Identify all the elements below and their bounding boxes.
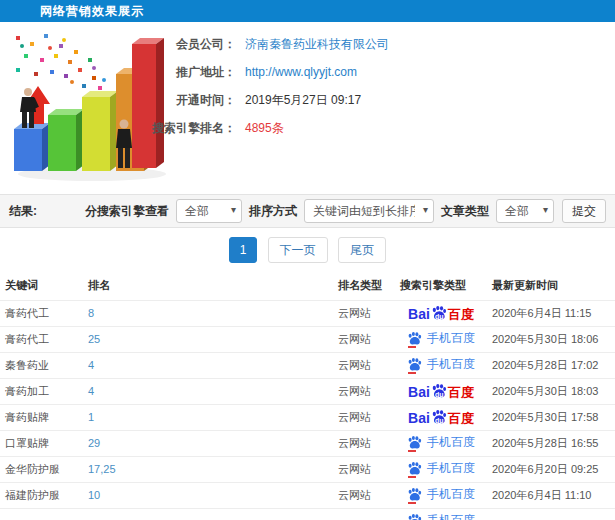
page-1-button[interactable]: 1 [229,237,257,263]
rank-link[interactable]: 17,25 [84,456,330,482]
mobile-baidu-logo[interactable]: 手机百度 [407,512,475,520]
rank-link[interactable] [84,508,330,520]
updated-cell: 2020年6月20日 09:25 [488,456,615,482]
page: 网络营销效果展示 [0,0,615,520]
baidu-logo[interactable]: Baidu百度 [408,305,474,321]
keyword-cell: 福建防护服 [0,482,84,508]
table-header-row: 关键词 排名 排名类型 搜索引擎类型 最新更新时间 [0,272,615,300]
mobile-baidu-paw-icon [407,331,422,346]
baidu-paw-icon: du [431,409,447,425]
company-info-fields: 会员公司： 济南秦鲁药业科技有限公司 推广地址： http://www.qlyy… [146,30,389,142]
mobile-baidu-paw-icon [407,357,422,372]
member-company-link[interactable]: 济南秦鲁药业科技有限公司 [245,36,389,53]
engine-cell: Baidu百度 [394,404,488,430]
keyword-rank-table: 关键词 排名 排名类型 搜索引擎类型 最新更新时间 膏药代工8云网站Baidu百… [0,272,615,520]
header-keyword: 关键词 [0,272,84,300]
mobile-baidu-logo[interactable]: 手机百度 [407,434,475,451]
open-time-label: 开通时间： [146,92,236,109]
rank-type-cell: 云网站 [330,378,394,404]
table-row: 膏药贴牌1云网站Baidu百度2020年5月30日 17:58 [0,404,615,430]
engine-filter-select-wrap: 全部 [176,199,242,223]
mobile-baidu-logo[interactable]: 手机百度 [407,486,475,503]
pagination: 1 下一页 尾页 [0,228,615,272]
keyword-cell: 膏药贴牌 [0,404,84,430]
engine-rank-count-label: 搜索引擎排名： [146,120,236,137]
result-label: 结果: [9,203,37,220]
keyword-cell: 膏药代工 [0,326,84,352]
mobile-baidu-paw-icon [407,461,422,476]
table-body: 膏药代工8云网站Baidu百度2020年6月4日 11:15膏药代工25云网站手… [0,300,615,520]
baidu-logo-text: Bai [408,385,430,399]
rank-link[interactable]: 4 [84,378,330,404]
mobile-baidu-logo[interactable]: 手机百度 [407,460,475,477]
engine-cell: 手机百度 [394,326,488,352]
member-company-label: 会员公司： [146,36,236,53]
rank-type-cell: 云网站 [330,404,394,430]
header-rank-type: 排名类型 [330,272,394,300]
engine-filter-select[interactable]: 全部 [177,200,241,222]
mobile-baidu-text: 手机百度 [427,460,475,477]
table-row: 膏药代工25云网站手机百度2020年5月30日 18:06 [0,326,615,352]
rank-link[interactable]: 4 [84,352,330,378]
rank-link[interactable]: 1 [84,404,330,430]
mobile-baidu-logo[interactable]: 手机百度 [407,330,475,347]
keyword-cell [0,508,84,520]
baidu-logo-cn-text: 百度 [448,386,474,399]
rank-type-cell: 云网站 [330,456,394,482]
baidu-logo-cn-text: 百度 [448,308,474,321]
sort-label: 排序方式 [249,203,297,220]
table-row: 口罩贴牌29云网站手机百度2020年5月28日 16:55 [0,430,615,456]
promo-url-link[interactable]: http://www.qlyyjt.com [245,65,357,79]
field-promo-url: 推广地址： http://www.qlyyjt.com [146,58,389,86]
keyword-cell: 金华防护服 [0,456,84,482]
page-title: 网络营销效果展示 [0,0,615,22]
next-page-button[interactable]: 下一页 [268,237,328,263]
mobile-baidu-paw-icon [407,435,422,450]
baidu-paw-icon: du [431,305,447,321]
keyword-cell: 膏药代工 [0,300,84,326]
rank-link[interactable]: 8 [84,300,330,326]
field-engine-rank-count: 搜索引擎排名： 4895条 [146,114,389,142]
field-open-time: 开通时间： 2019年5月27日 09:17 [146,86,389,114]
mobile-baidu-text: 手机百度 [427,486,475,503]
rank-link[interactable]: 10 [84,482,330,508]
engine-cell: Baidu百度 [394,378,488,404]
updated-cell: 2020年5月30日 17:58 [488,404,615,430]
info-section: 会员公司： 济南秦鲁药业科技有限公司 推广地址： http://www.qlyy… [0,22,615,194]
sort-select-wrap: 关键词由短到长排序 [304,199,434,223]
keyword-cell: 秦鲁药业 [0,352,84,378]
table-row: 膏药代工8云网站Baidu百度2020年6月4日 11:15 [0,300,615,326]
header-updated: 最新更新时间 [488,272,615,300]
updated-cell [488,508,615,520]
last-page-button[interactable]: 尾页 [338,237,386,263]
engine-cell: 手机百度 [394,482,488,508]
updated-cell: 2020年5月30日 18:03 [488,378,615,404]
rank-type-cell [330,508,394,520]
rank-type-cell: 云网站 [330,326,394,352]
rank-type-cell: 云网站 [330,300,394,326]
rank-type-cell: 云网站 [330,352,394,378]
engine-cell: 手机百度 [394,352,488,378]
updated-cell: 2020年5月28日 16:55 [488,430,615,456]
updated-cell: 2020年6月4日 11:15 [488,300,615,326]
updated-cell: 2020年6月4日 11:10 [488,482,615,508]
submit-button[interactable]: 提交 [562,199,606,223]
baidu-logo-cn-text: 百度 [448,412,474,425]
baidu-logo[interactable]: Baidu百度 [408,409,474,425]
table-row-partial: 手机百度 [0,508,615,520]
rank-link[interactable]: 29 [84,430,330,456]
header-engine-type: 搜索引擎类型 [394,272,488,300]
article-type-select-wrap: 全部 [496,199,554,223]
rank-type-cell: 云网站 [330,482,394,508]
article-type-label: 文章类型 [441,203,489,220]
keyword-cell: 口罩贴牌 [0,430,84,456]
filter-bar: 结果: 分搜索引擎查看 全部 排序方式 关键词由短到长排序 文章类型 全部 提交 [0,194,615,228]
mobile-baidu-logo[interactable]: 手机百度 [407,356,475,373]
engine-filter-label: 分搜索引擎查看 [85,203,169,220]
baidu-logo[interactable]: Baidu百度 [408,383,474,399]
article-type-select[interactable]: 全部 [497,200,553,222]
rank-link[interactable]: 25 [84,326,330,352]
sort-select[interactable]: 关键词由短到长排序 [305,200,433,222]
engine-cell: 手机百度 [394,456,488,482]
header-rank: 排名 [84,272,330,300]
